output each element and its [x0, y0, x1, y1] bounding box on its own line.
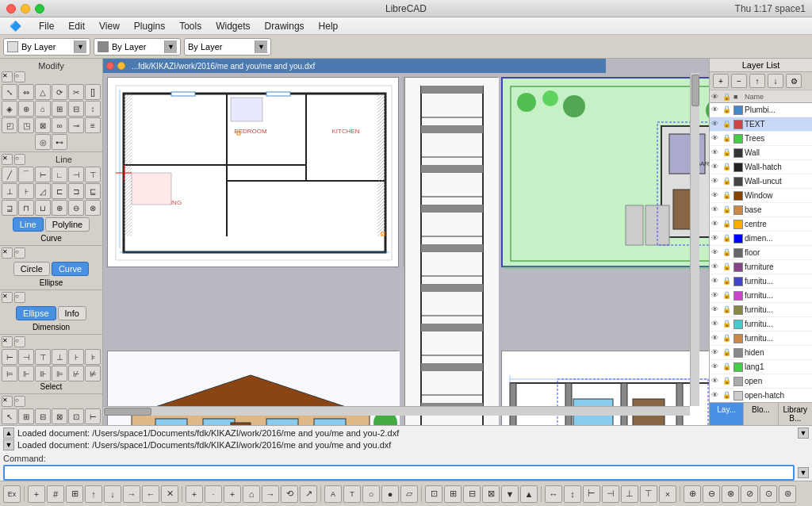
layer-eye-icon[interactable]: 👁 [711, 305, 721, 315]
layer-eye-icon[interactable]: 👁 [711, 377, 721, 386]
layer-lock-icon[interactable]: 🔒 [722, 391, 732, 401]
layer-eye-icon[interactable]: 👁 [711, 320, 721, 329]
layer-dropdown[interactable]: By Layer ▼ [3, 38, 90, 56]
bt-otimes-btn[interactable]: ⊗ [722, 485, 739, 503]
bt-down-btn[interactable]: ↓ [104, 485, 121, 503]
modify-btn-9[interactable]: ⌂ [35, 101, 51, 117]
layer-eye-icon[interactable]: 👁 [711, 163, 721, 172]
menu-view[interactable]: View [93, 19, 126, 33]
layer-lock-icon[interactable]: 🔒 [722, 277, 732, 286]
dim-btn-2[interactable]: ⊣ [18, 349, 34, 365]
layer-item[interactable]: 👁 🔒 Trees [710, 132, 812, 146]
layer-lock-icon[interactable]: 🔒 [722, 305, 732, 315]
modify-btn-16[interactable]: ∞ [52, 117, 67, 133]
bt-oplus-btn[interactable]: ⊕ [684, 485, 701, 503]
bt-dot2-btn[interactable]: ● [381, 485, 399, 503]
layer-eye-icon[interactable]: 👁 [711, 105, 721, 115]
layer-lock-icon[interactable]: 🔒 [722, 334, 732, 343]
layer-item[interactable]: 👁 🔒 furnitu... [710, 332, 812, 346]
bt-arrow-btn[interactable]: → [262, 485, 279, 503]
bt-anchor2-btn[interactable]: ⊣ [602, 485, 619, 503]
layer-eye-icon[interactable]: 👁 [711, 205, 721, 215]
sel-btn-5[interactable]: ⊡ [68, 408, 84, 424]
layer-tab-blocks[interactable]: Blo... [744, 403, 778, 425]
menu-help[interactable]: Help [312, 19, 345, 33]
menu-edit[interactable]: Edit [62, 19, 91, 33]
layer-eye-icon[interactable]: 👁 [711, 362, 721, 372]
line-btn-18[interactable]: ⊗ [85, 200, 101, 216]
menu-tools[interactable]: Tools [173, 19, 208, 33]
line-btn-4[interactable]: ∟ [52, 167, 67, 182]
layer-lock-icon[interactable]: 🔒 [722, 191, 732, 201]
bt-ominus-btn[interactable]: ⊖ [703, 485, 720, 503]
bt-grid-btn[interactable]: # [47, 485, 64, 503]
bt-hflip-btn[interactable]: ↔ [545, 485, 562, 503]
cmd-scroll-up[interactable]: ▲ [3, 427, 14, 439]
canvas-background[interactable]: BEDROOM LIVING KITCHEN [103, 73, 699, 416]
dim-btn-6[interactable]: ⊧ [85, 349, 101, 365]
layer-eye-icon[interactable]: 👁 [711, 391, 721, 401]
bt-delete-btn[interactable]: ✕ [161, 485, 178, 503]
layer-item[interactable]: 👁 🔒 Window [710, 189, 812, 203]
close-button[interactable] [6, 4, 16, 13]
layer-eye-icon[interactable]: 👁 [711, 291, 721, 301]
layer-lock-icon[interactable]: 🔒 [722, 105, 732, 115]
layer-item[interactable]: 👁 🔒 floor [710, 246, 812, 260]
layer-lock-icon[interactable]: 🔒 [722, 362, 732, 372]
bt-ortho-btn[interactable]: ⊞ [66, 485, 83, 503]
bt-vflip-btn[interactable]: ↕ [564, 485, 581, 503]
bt-oslash-btn[interactable]: ⊘ [741, 485, 758, 503]
bt-align1-btn[interactable]: ⊡ [425, 485, 442, 503]
modify-btn-7[interactable]: ◈ [2, 101, 17, 117]
layer-lock-icon[interactable]: 🔒 [722, 234, 732, 243]
bt-left-btn[interactable]: ← [142, 485, 159, 503]
line-btn-1[interactable]: ╱ [2, 167, 17, 182]
bt-anchor4-btn[interactable]: ⊤ [640, 485, 657, 503]
drawing-min-button[interactable] [117, 62, 125, 70]
layer-lock-icon[interactable]: 🔒 [722, 348, 732, 358]
dim-toggle-y[interactable]: ○ [14, 336, 25, 347]
menu-plugins[interactable]: Plugins [128, 19, 171, 33]
layer-items-container[interactable]: 👁 🔒 Plumbi... 👁 🔒 TEXT 👁 🔒 Trees 👁 🔒 Wal… [710, 103, 812, 402]
layer-eye-icon[interactable]: 👁 [711, 148, 721, 158]
modify-btn-18[interactable]: ≡ [85, 117, 101, 133]
layer-up-btn[interactable]: ↑ [749, 74, 765, 88]
layer-eye-icon[interactable]: 👁 [711, 334, 721, 343]
sel-btn-3[interactable]: ⊟ [35, 408, 51, 424]
line-toggle-x[interactable]: ✕ [2, 154, 13, 165]
bt-up-btn[interactable]: ↑ [85, 485, 102, 503]
dim-btn-5[interactable]: ⊦ [68, 349, 84, 365]
modify-btn-8[interactable]: ⊕ [18, 101, 34, 117]
line-btn-14[interactable]: ⊓ [18, 200, 34, 216]
layer-tab-library[interactable]: Library B... [779, 403, 812, 425]
ellipse-toggle-x[interactable]: ✕ [2, 292, 13, 303]
menu-file[interactable]: File [33, 19, 60, 33]
bt-anchor1-btn[interactable]: ⊢ [583, 485, 600, 503]
bt-rotate-btn[interactable]: ⟲ [281, 485, 298, 503]
color-dropdown-arrow[interactable]: ▼ [164, 40, 177, 53]
layer-item[interactable]: 👁 🔒 furnitu... [710, 303, 812, 317]
modify-btn-17[interactable]: ⊸ [68, 117, 84, 133]
layer-settings-btn[interactable]: ⚙ [786, 74, 802, 88]
modify-btn-11[interactable]: ⊟ [68, 101, 84, 117]
layer-lock-icon[interactable]: 🔒 [722, 320, 732, 329]
tab-curve[interactable]: Curve [52, 262, 89, 276]
cmd-input-scroll[interactable]: ▼ [798, 467, 809, 478]
modify-btn-20[interactable]: ⊷ [52, 134, 67, 150]
layer-item[interactable]: 👁 🔒 dimen... [710, 232, 812, 246]
floor-plan-topleft[interactable]: BEDROOM LIVING KITCHEN [107, 77, 399, 267]
layer-item[interactable]: 👁 🔒 centre [710, 217, 812, 232]
layer-lock-icon[interactable]: 🔒 [722, 148, 732, 158]
line-btn-2[interactable]: ⌒ [18, 167, 34, 182]
layer-item[interactable]: 👁 🔒 furnitu... [710, 289, 812, 303]
bt-text-btn[interactable]: A [324, 485, 342, 503]
tab-info[interactable]: Info [58, 306, 86, 320]
circle-toggle-x[interactable]: ✕ [2, 247, 13, 259]
dim-btn-7[interactable]: ⊨ [2, 366, 17, 381]
modify-btn-19[interactable]: ◎ [35, 134, 51, 150]
sel-btn-4[interactable]: ⊠ [52, 408, 67, 424]
layer-item[interactable]: 👁 🔒 hiden [710, 346, 812, 360]
layer-item[interactable]: 👁 🔒 furnitu... [710, 274, 812, 289]
layer-lock-icon[interactable]: 🔒 [722, 220, 732, 229]
layer-item[interactable]: 👁 🔒 furnitu... [710, 317, 812, 332]
